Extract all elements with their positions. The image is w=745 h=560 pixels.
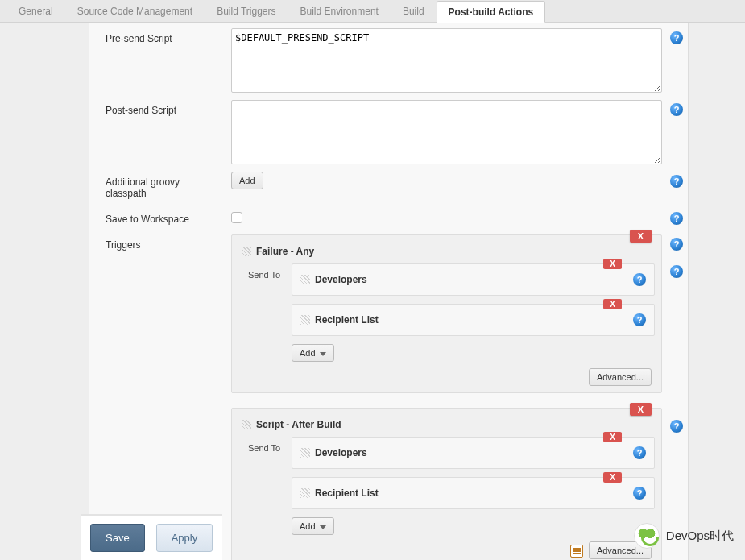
presend-script-input[interactable] — [231, 28, 662, 93]
drag-handle-icon[interactable] — [300, 448, 310, 458]
notebook-icon — [570, 545, 583, 558]
delete-recipient-button[interactable]: X — [603, 259, 622, 269]
recipient-title: Recipient List — [315, 314, 379, 326]
classpath-add-button[interactable]: Add — [231, 172, 263, 189]
recipient-list: Recipient List X ? — [292, 304, 655, 336]
drag-handle-icon[interactable] — [300, 315, 310, 325]
watermark-text: DevOps时代 — [666, 529, 734, 544]
triggers-field: X Failure - Any Send To Developers X — [231, 234, 665, 560]
delete-recipient-button[interactable]: X — [603, 472, 622, 483]
add-label: Add — [300, 348, 316, 358]
tab-general[interactable]: General — [6, 0, 65, 22]
wechat-icon — [634, 523, 660, 549]
recipient-developers: Developers X ? — [292, 437, 655, 469]
row-save-ws: Save to Workspace ? — [89, 206, 688, 232]
tab-scm[interactable]: Source Code Management — [65, 0, 205, 22]
postsend-script-input[interactable] — [231, 100, 662, 164]
recipient-title: Recipient List — [315, 487, 379, 499]
watermark: DevOps时代 — [634, 523, 734, 549]
delete-recipient-button[interactable]: X — [603, 299, 622, 309]
advanced-button[interactable]: Advanced... — [589, 368, 652, 386]
save-button[interactable]: Save — [90, 524, 145, 552]
tab-post-build-actions[interactable]: Post-build Actions — [437, 1, 546, 23]
triggers-label: Triggers — [89, 234, 231, 255]
footer-bar: Save Apply — [81, 514, 222, 560]
chevron-down-icon — [320, 352, 326, 356]
drag-handle-icon[interactable] — [300, 488, 310, 498]
send-to-label: Send To — [238, 437, 287, 453]
row-triggers: Triggers X Failure - Any Send To — [89, 232, 688, 560]
help-icon[interactable]: ? — [633, 313, 646, 326]
chevron-down-icon — [320, 525, 326, 529]
help-icon[interactable]: ? — [670, 265, 683, 278]
help-icon[interactable]: ? — [670, 238, 683, 251]
add-recipient-button[interactable]: Add — [292, 517, 334, 535]
row-classpath: Additional groovy classpath Add ? — [89, 169, 688, 206]
tab-build[interactable]: Build — [391, 0, 437, 22]
recipient-list: Recipient List X ? — [292, 477, 655, 509]
send-to-label: Send To — [238, 263, 287, 280]
drag-handle-icon[interactable] — [242, 247, 251, 256]
delete-trigger-button[interactable]: X — [630, 230, 652, 243]
trigger-script-after-build: X Script - After Build Send To Developer… — [231, 408, 662, 560]
recipient-title: Developers — [315, 274, 367, 285]
config-tabs: General Source Code Management Build Tri… — [0, 0, 745, 23]
presend-label: Pre-send Script — [89, 28, 231, 49]
help-icon[interactable]: ? — [670, 175, 683, 188]
save-ws-checkbox[interactable] — [231, 212, 242, 223]
recipient-developers: Developers X ? — [292, 263, 655, 296]
left-gutter — [0, 23, 89, 560]
add-recipient-button[interactable]: Add — [292, 344, 334, 362]
trigger-title: Failure - Any — [256, 246, 314, 257]
drag-handle-icon[interactable] — [242, 420, 251, 429]
postsend-label: Post-send Script — [89, 100, 231, 121]
delete-recipient-button[interactable]: X — [603, 432, 622, 442]
help-icon[interactable]: ? — [670, 31, 683, 44]
tab-build-env[interactable]: Build Environment — [288, 0, 391, 22]
tab-build-triggers[interactable]: Build Triggers — [205, 0, 288, 22]
config-panel: Pre-send Script ? Post-send Script ? Add… — [89, 23, 689, 560]
delete-trigger-button[interactable]: X — [630, 403, 652, 416]
row-presend: Pre-send Script ? — [89, 26, 688, 97]
add-label: Add — [300, 521, 316, 531]
row-postsend: Post-send Script ? — [89, 97, 688, 169]
trigger-failure-any: X Failure - Any Send To Developers X — [231, 234, 662, 393]
content-outer: Pre-send Script ? Post-send Script ? Add… — [0, 23, 745, 560]
help-icon[interactable]: ? — [670, 103, 683, 116]
drag-handle-icon[interactable] — [300, 275, 310, 284]
help-icon[interactable]: ? — [670, 212, 683, 225]
help-icon[interactable]: ? — [633, 273, 646, 286]
apply-button[interactable]: Apply — [156, 524, 213, 552]
help-icon[interactable]: ? — [633, 487, 646, 500]
help-icon[interactable]: ? — [633, 446, 646, 459]
help-icon[interactable]: ? — [670, 420, 683, 433]
save-ws-label: Save to Workspace — [89, 209, 231, 230]
classpath-label: Additional groovy classpath — [89, 172, 231, 204]
recipient-title: Developers — [315, 447, 367, 458]
right-gutter — [689, 23, 745, 560]
trigger-title: Script - After Build — [256, 419, 341, 430]
